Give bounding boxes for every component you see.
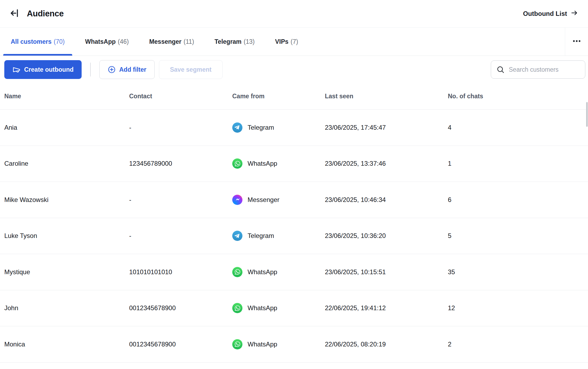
tab-vips[interactable]: VIPs (7) bbox=[267, 28, 306, 56]
channel-label: Messenger bbox=[248, 196, 280, 204]
outbound-list-link[interactable]: Outbound List bbox=[523, 9, 578, 19]
search-icon bbox=[496, 66, 505, 74]
channel-label: WhatsApp bbox=[248, 341, 277, 348]
no-of-chats-value: 35 bbox=[448, 268, 588, 276]
vertical-scrollbar[interactable] bbox=[586, 102, 588, 127]
save-segment-label: Save segment bbox=[170, 66, 212, 73]
customer-contact: 123456789000 bbox=[129, 160, 232, 167]
last-seen-value: 23/06/2025, 17:45:47 bbox=[325, 124, 448, 131]
last-seen-value: 23/06/2025, 10:15:51 bbox=[325, 268, 448, 276]
last-seen-value: 22/06/2025, 19:41:12 bbox=[325, 304, 448, 312]
arrow-right-icon bbox=[570, 9, 578, 19]
outbound-list-label: Outbound List bbox=[523, 10, 567, 17]
came-from-cell: Messenger bbox=[232, 195, 325, 205]
tab-count: (11) bbox=[184, 38, 194, 45]
search-box[interactable] bbox=[491, 60, 585, 79]
no-of-chats-value: 4 bbox=[448, 124, 588, 131]
customer-name: Caroline bbox=[4, 160, 129, 167]
tab-count: (13) bbox=[244, 38, 255, 45]
tabs-bar: All customers (70) WhatsApp (46) Messeng… bbox=[0, 28, 588, 56]
page-title: Audience bbox=[27, 9, 64, 19]
customer-name: Luke Tyson bbox=[4, 232, 129, 240]
customer-contact: - bbox=[129, 124, 232, 131]
table-row[interactable]: Mike Wazowski - Messenger 23/06/2025, 10… bbox=[0, 182, 588, 218]
channel-label: WhatsApp bbox=[248, 268, 277, 276]
no-of-chats-value: 2 bbox=[448, 341, 588, 348]
toolbar-divider bbox=[90, 63, 91, 77]
telegram-icon bbox=[232, 122, 242, 133]
tab-label: WhatsApp bbox=[85, 38, 116, 45]
column-header-came-from: Came from bbox=[232, 93, 325, 100]
last-seen-value: 23/06/2025, 10:46:34 bbox=[325, 196, 448, 204]
no-of-chats-value: 6 bbox=[448, 196, 588, 204]
toolbar: Create outbound Add filter Save segment bbox=[0, 56, 588, 83]
table-row[interactable]: John 0012345678900 WhatsApp 22/06/2025, … bbox=[0, 290, 588, 327]
ellipsis-icon bbox=[572, 36, 582, 47]
no-of-chats-value: 12 bbox=[448, 304, 588, 312]
last-seen-value: 23/06/2025, 13:37:46 bbox=[325, 160, 448, 167]
collapse-panel-button[interactable] bbox=[9, 7, 22, 20]
channel-label: WhatsApp bbox=[248, 304, 277, 312]
column-header-last-seen: Last seen bbox=[325, 93, 448, 100]
tab-label: VIPs bbox=[275, 38, 288, 45]
save-segment-button[interactable]: Save segment bbox=[159, 60, 223, 79]
tabs: All customers (70) WhatsApp (46) Messeng… bbox=[3, 28, 306, 56]
last-seen-value: 22/06/2025, 08:20:19 bbox=[325, 341, 448, 348]
table-row[interactable]: Ania - Telegram 23/06/2025, 17:45:47 4 bbox=[0, 110, 588, 146]
customer-contact: - bbox=[129, 232, 232, 240]
table-row[interactable]: Monica 0012345678900 WhatsApp 22/06/2025… bbox=[0, 326, 588, 363]
create-outbound-button[interactable]: Create outbound bbox=[4, 60, 82, 79]
customer-name: Monica bbox=[4, 341, 129, 348]
tab-whatsapp[interactable]: WhatsApp (46) bbox=[78, 28, 136, 56]
plus-circle-icon bbox=[108, 66, 116, 74]
tabs-more-button[interactable] bbox=[565, 28, 588, 56]
customer-contact: - bbox=[129, 196, 232, 204]
no-of-chats-value: 5 bbox=[448, 232, 588, 240]
tab-label: All customers bbox=[11, 38, 52, 45]
column-header-no-of-chats: No. of chats bbox=[448, 93, 588, 100]
whatsapp-icon bbox=[232, 158, 242, 169]
came-from-cell: WhatsApp bbox=[232, 339, 325, 349]
came-from-cell: WhatsApp bbox=[232, 303, 325, 313]
table-body: Ania - Telegram 23/06/2025, 17:45:47 4 bbox=[0, 110, 588, 363]
column-header-name: Name bbox=[4, 93, 129, 100]
tab-label: Messenger bbox=[149, 38, 182, 45]
no-of-chats-value: 1 bbox=[448, 160, 588, 167]
add-filter-label: Add filter bbox=[119, 66, 146, 73]
tab-telegram[interactable]: Telegram (13) bbox=[207, 28, 262, 56]
table-row[interactable]: Luke Tyson - Telegram 23/06/2025, 10:36:… bbox=[0, 218, 588, 254]
tab-all-customers[interactable]: All customers (70) bbox=[3, 28, 72, 56]
customer-contact: 0012345678900 bbox=[129, 341, 232, 348]
telegram-icon bbox=[232, 231, 242, 241]
column-header-contact: Contact bbox=[129, 93, 232, 100]
customer-contact: 101010101010 bbox=[129, 268, 232, 276]
search-input[interactable] bbox=[509, 66, 580, 73]
create-outbound-label: Create outbound bbox=[24, 66, 74, 73]
table-row[interactable]: Mystique 101010101010 WhatsApp 23/06/202… bbox=[0, 254, 588, 290]
customer-contact: 0012345678900 bbox=[129, 304, 232, 312]
channel-label: Telegram bbox=[248, 124, 274, 131]
megaphone-icon bbox=[12, 66, 21, 74]
came-from-cell: Telegram bbox=[232, 231, 325, 241]
customer-name: John bbox=[4, 304, 129, 312]
whatsapp-icon bbox=[232, 339, 242, 349]
came-from-cell: WhatsApp bbox=[232, 267, 325, 277]
tab-messenger[interactable]: Messenger (11) bbox=[142, 28, 202, 56]
came-from-cell: Telegram bbox=[232, 122, 325, 133]
whatsapp-icon bbox=[232, 303, 242, 313]
tab-label: Telegram bbox=[215, 38, 242, 45]
came-from-cell: WhatsApp bbox=[232, 158, 325, 169]
tab-count: (46) bbox=[118, 38, 129, 45]
page-header: Audience Outbound List bbox=[0, 0, 588, 28]
add-filter-button[interactable]: Add filter bbox=[99, 60, 155, 79]
customers-table: Name Contact Came from Last seen No. of … bbox=[0, 83, 588, 363]
customer-name: Mystique bbox=[4, 268, 129, 276]
collapse-left-icon bbox=[9, 7, 22, 20]
customer-name: Mike Wazowski bbox=[4, 196, 129, 204]
customer-name: Ania bbox=[4, 124, 129, 131]
messenger-icon bbox=[232, 195, 242, 205]
channel-label: WhatsApp bbox=[248, 160, 277, 167]
table-header-row: Name Contact Came from Last seen No. of … bbox=[0, 83, 588, 110]
whatsapp-icon bbox=[232, 267, 242, 277]
table-row[interactable]: Caroline 123456789000 WhatsApp 23/06/202… bbox=[0, 146, 588, 182]
